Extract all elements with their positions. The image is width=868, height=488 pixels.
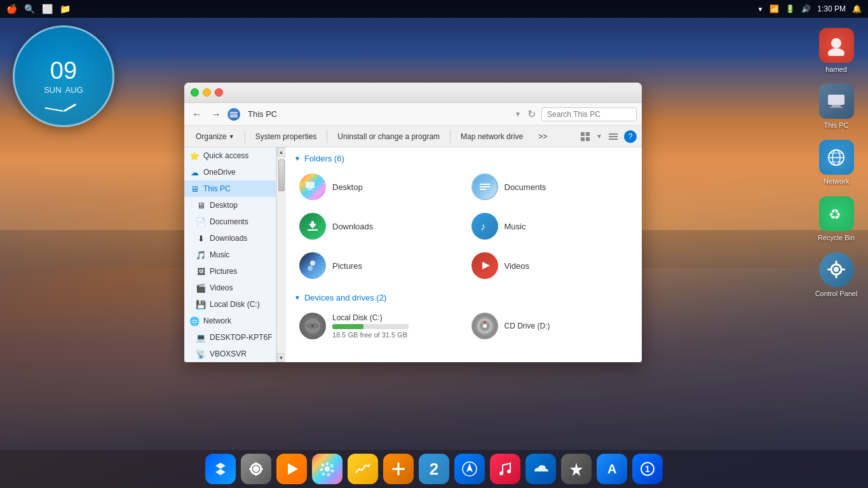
- svg-point-70: [507, 470, 511, 473]
- svg-rect-4: [830, 107, 843, 108]
- dock-item-infuse[interactable]: [276, 454, 307, 484]
- dock-item-num2[interactable]: 2: [419, 454, 449, 484]
- minimize-button[interactable]: [203, 88, 211, 97]
- desktop-icon-hamed[interactable]: hamed: [811, 25, 862, 76]
- svg-rect-21: [581, 132, 585, 136]
- folder-item-music[interactable]: ♪ Music: [466, 209, 634, 243]
- taskbar: 2 A 1: [0, 450, 868, 488]
- desktop-icon-control[interactable]: Control Panel: [811, 250, 862, 301]
- forward-button[interactable]: →: [208, 107, 224, 122]
- hamed-icon: [819, 28, 854, 63]
- dock-item-calculator[interactable]: [383, 454, 414, 484]
- svg-rect-25: [609, 133, 618, 135]
- dock-item-onedrive[interactable]: [526, 454, 556, 484]
- folders-section-header[interactable]: ▼ Folders (6): [294, 154, 633, 163]
- desktop-icon-network[interactable]: Network: [811, 137, 862, 188]
- scroll-up-button[interactable]: ▲: [277, 147, 286, 156]
- svg-rect-2: [828, 95, 844, 105]
- address-dropdown-arrow[interactable]: ▼: [515, 111, 521, 118]
- music-sidebar-icon: 🎵: [196, 250, 206, 260]
- menubar-right: ▼ 📶 🔋 🔊 1:30 PM 🔔: [757, 4, 862, 13]
- dock-item-1password[interactable]: 1: [632, 454, 663, 484]
- this-pc-sidebar-icon: 🖥: [189, 184, 200, 194]
- dock-item-settings[interactable]: [241, 454, 271, 484]
- svg-rect-26: [609, 136, 618, 137]
- local-disk-space: 18.5 GB free of 31.5 GB: [332, 331, 409, 339]
- organize-label: Organize: [196, 132, 227, 141]
- disk-space-bar: [332, 324, 409, 329]
- device-item-local-disk[interactable]: Local Disk (C:) 18.5 GB free of 31.5 GB: [294, 309, 461, 343]
- view-options-button[interactable]: [577, 128, 593, 145]
- system-properties-button[interactable]: System properties: [249, 130, 323, 143]
- sidebar-item-pictures[interactable]: 🖼 Pictures: [184, 263, 276, 280]
- sidebar-item-onedrive[interactable]: ☁ OneDrive: [184, 164, 276, 180]
- dock-item-launchpad[interactable]: [561, 454, 592, 484]
- desktop-sidebar-label: Desktop: [210, 201, 238, 210]
- organize-arrow: ▼: [229, 133, 234, 140]
- dock-item-music[interactable]: [490, 454, 520, 484]
- device-item-cd-drive[interactable]: CD Drive (D:): [466, 309, 634, 343]
- vboxsvr-label: VBOXSVR: [210, 349, 247, 358]
- mission-control-icon[interactable]: ⬜: [42, 4, 52, 14]
- apple-icon[interactable]: 🍎: [6, 4, 17, 14]
- sidebar-item-desktop-kpt6f[interactable]: 💻 DESKTOP-KPT6F: [184, 329, 276, 346]
- sidebar-item-local-disk[interactable]: 💾 Local Disk (C:): [184, 296, 276, 313]
- help-button[interactable]: ?: [624, 130, 637, 143]
- sidebar-item-downloads[interactable]: ⬇ Downloads: [184, 230, 276, 247]
- pictures-folder-label: Pictures: [332, 261, 362, 271]
- sidebar-container: ⭐ Quick access ☁ OneDrive 🖥 This PC 🖥 De…: [184, 147, 285, 362]
- sidebar-item-network[interactable]: 🌐 Network: [184, 313, 276, 329]
- desktop-sidebar-icon: 🖥: [196, 200, 206, 210]
- finder-icon[interactable]: 📁: [60, 4, 70, 14]
- search-menubar-icon[interactable]: 🔍: [24, 4, 34, 14]
- dock-item-appstore[interactable]: A: [597, 454, 627, 484]
- sidebar-item-documents[interactable]: 📄 Documents: [184, 214, 276, 230]
- toolbar-right: ▼ ?: [577, 128, 637, 145]
- dock-item-stocks[interactable]: [348, 454, 378, 484]
- maximize-button[interactable]: [191, 88, 199, 97]
- dock-item-safari[interactable]: [454, 454, 485, 484]
- search-input[interactable]: [541, 107, 637, 121]
- desktop-icon-recycle[interactable]: ♻ Recycle Bin: [811, 194, 862, 245]
- hour-hand: [63, 104, 76, 112]
- recycle-icon: ♻: [819, 196, 854, 231]
- folder-item-desktop[interactable]: Desktop: [294, 170, 461, 204]
- svg-rect-30: [307, 189, 313, 191]
- main-content: ▼ Folders (6) Desktop: [285, 147, 642, 362]
- folders-section-label: Folders (6): [304, 154, 344, 163]
- sidebar-item-videos[interactable]: 🎬 Videos: [184, 280, 276, 296]
- sidebar-item-vboxsvr[interactable]: 📡 VBOXSVR: [184, 346, 276, 362]
- folder-item-downloads[interactable]: Downloads: [294, 209, 461, 243]
- notifications-icon[interactable]: 🔔: [852, 4, 862, 13]
- back-button[interactable]: ←: [189, 107, 205, 122]
- music-folder-label: Music: [505, 222, 526, 231]
- svg-point-44: [311, 325, 314, 327]
- sidebar-item-this-pc[interactable]: 🖥 This PC: [184, 180, 276, 197]
- dock-item-dropbox[interactable]: [205, 454, 236, 484]
- sidebar-item-quick-access[interactable]: ⭐ Quick access: [184, 147, 276, 164]
- sidebar-item-music[interactable]: 🎵 Music: [184, 247, 276, 263]
- desktop-icon-thispc[interactable]: This PC: [811, 81, 862, 132]
- scroll-thumb[interactable]: [278, 159, 285, 191]
- organize-button[interactable]: Organize ▼: [189, 130, 241, 143]
- refresh-button[interactable]: ↻: [525, 108, 538, 121]
- close-button[interactable]: [215, 88, 223, 97]
- details-view-button[interactable]: [605, 128, 621, 145]
- toolbar-separator-3: [450, 130, 451, 143]
- expand-icon[interactable]: ▼: [757, 6, 763, 13]
- volume-icon: 🔊: [801, 4, 811, 13]
- more-button[interactable]: >>: [532, 130, 553, 143]
- address-text[interactable]: This PC: [244, 108, 511, 120]
- folder-item-documents[interactable]: Documents: [466, 170, 634, 204]
- desktop-folder-icon: [299, 173, 326, 200]
- map-drive-button[interactable]: Map network drive: [454, 130, 529, 143]
- devices-section-header[interactable]: ▼ Devices and drives (2): [294, 293, 633, 302]
- view-dropdown-arrow[interactable]: ▼: [596, 133, 602, 140]
- svg-rect-53: [255, 473, 257, 476]
- uninstall-button[interactable]: Uninstall or change a program: [331, 130, 446, 143]
- scroll-down-button[interactable]: ▼: [277, 353, 286, 362]
- folder-item-pictures[interactable]: Pictures: [294, 248, 461, 283]
- sidebar-item-desktop[interactable]: 🖥 Desktop: [184, 197, 276, 214]
- dock-item-photos[interactable]: [312, 454, 342, 484]
- folder-item-videos[interactable]: Videos: [466, 248, 634, 283]
